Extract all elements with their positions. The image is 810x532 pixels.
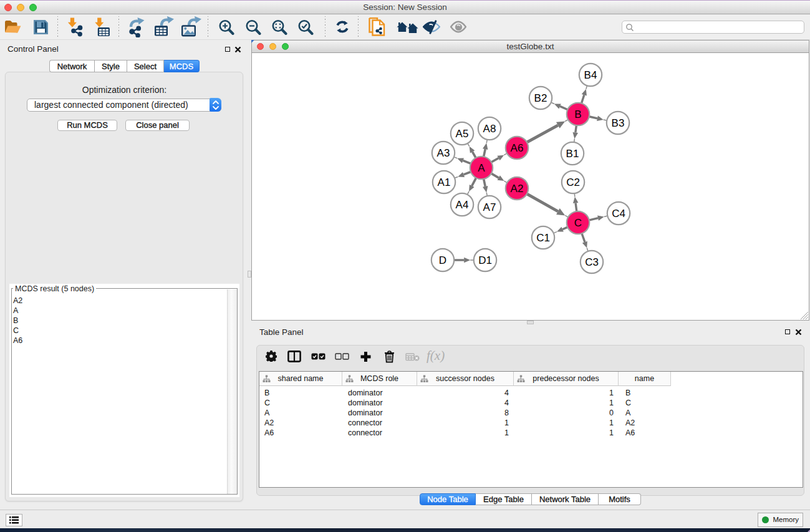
- svg-text:B3: B3: [612, 117, 625, 129]
- svg-text:B1: B1: [566, 148, 579, 160]
- svg-text:C: C: [574, 217, 582, 229]
- svg-text:A7: A7: [483, 201, 496, 213]
- svg-text:A1: A1: [438, 177, 451, 188]
- svg-text:A: A: [478, 162, 485, 174]
- svg-text:B: B: [574, 109, 581, 120]
- svg-text:C1: C1: [536, 232, 550, 244]
- svg-text:D: D: [439, 254, 446, 266]
- svg-text:A8: A8: [483, 123, 496, 135]
- svg-text:C3: C3: [585, 256, 599, 268]
- svg-text:A2: A2: [511, 183, 524, 195]
- svg-text:A5: A5: [456, 128, 469, 140]
- svg-text:A4: A4: [456, 199, 469, 211]
- svg-text:D1: D1: [478, 254, 492, 266]
- svg-text:A3: A3: [437, 147, 450, 159]
- svg-text:B2: B2: [534, 92, 547, 104]
- svg-text:C2: C2: [566, 177, 580, 188]
- svg-text:A6: A6: [511, 142, 524, 154]
- svg-text:C4: C4: [612, 208, 625, 220]
- svg-text:B4: B4: [584, 69, 597, 81]
